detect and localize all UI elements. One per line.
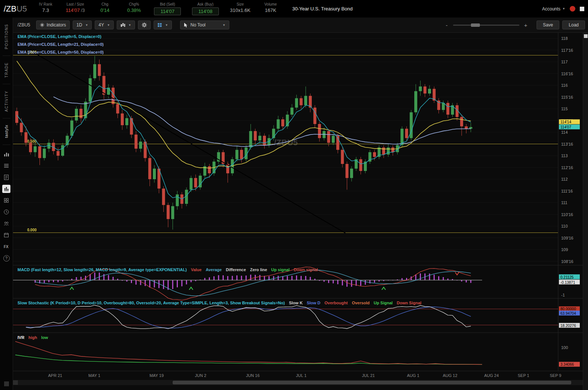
sidebar-item-tastyfx[interactable]: tastyfx [4,118,9,144]
axis-badge-text: 114'14 [560,120,571,124]
bid-button[interactable]: 114'07 [154,7,181,15]
macd-up-signal-icon [189,287,193,290]
date-axis-label: JUL 1 [296,373,306,378]
zoom-in-button[interactable]: + [523,22,528,28]
macd-hist-bar [223,275,224,280]
layout-dropdown[interactable]: ▼ [154,20,172,29]
macd-hist-bar [438,276,439,280]
macd-hist-bar [415,275,416,280]
symbol-expiry: U5 [16,4,27,13]
save-button[interactable]: Save [537,20,559,29]
price-axis-label: 108'16 [561,259,573,264]
date-axis-label: SEP 1 [518,373,529,378]
indicators-icon [40,23,44,27]
resize-grip[interactable] [4,381,9,386]
price-axis-label: 111 [561,200,567,205]
chart-type-dropdown[interactable]: ▼ [117,20,135,29]
timeframe-value: 1D [76,22,82,28]
sidebar-item-positions[interactable]: POSITIONS [4,18,9,56]
price-axis-label: 112'16 [561,165,573,170]
help-icon[interactable]: ? [3,255,10,261]
range-dropdown[interactable]: 4Y ▼ [95,20,114,29]
macd-hist-bar [163,280,164,289]
chg-pct-field: Chg% 0.38% [125,2,143,13]
date-axis-label: MAY 1 [88,373,100,378]
chevron-down-icon: ▼ [107,23,110,27]
chart-icon[interactable] [2,185,10,193]
notes-icon[interactable] [2,173,10,181]
iv-rank-label: IV Rank [39,2,53,6]
load-button[interactable]: Load [562,20,585,29]
macd-hist-bar [360,280,361,286]
indicators-button[interactable]: Indicators [36,20,70,29]
chart-svg[interactable]: 118117'16117116'16116115'16115114'161141… [13,33,583,387]
ask-button[interactable]: 114'08 [192,7,219,15]
chart-canvas[interactable]: 118117'16117116'16116115'16115114'161141… [13,33,588,390]
watchlist-icon[interactable] [2,162,10,170]
macd-hist-bar [292,276,293,280]
grid-icon[interactable] [2,196,10,204]
scrollbar-stepper[interactable] [13,380,18,385]
zoom-out-button[interactable]: - [444,22,449,28]
ema50-line[interactable] [53,97,471,147]
macd-hist-bar [108,275,109,280]
macd-hist-bar [246,276,247,280]
chevron-down-icon: ▼ [128,23,131,27]
scrollbar-handle[interactable] [173,381,572,384]
symbol-root: /ZB [4,4,16,13]
left-sidebar: POSITIONS TRADE ACTIVITY tastyfx [0,18,13,390]
cursor-icon [184,23,188,28]
macd-hist-bar [378,280,380,282]
accounts-label: Accounts [542,6,560,12]
clock-icon[interactable] [2,208,10,216]
macd-hist-bar [213,276,214,280]
macd-average-line [35,270,471,296]
macd-hist-bar [35,280,36,283]
tool-dropdown[interactable]: No Tool ▼ [180,20,229,29]
macd-hist-bar [287,276,288,280]
price-axis-label: 111'16 [561,189,573,193]
fib-label: 1.000 [27,50,37,54]
chart-region: /ZBU5 Indicators 1D ▼ 4Y ▼ ▼ ▼ [13,18,588,390]
macd-hist-bar [103,274,104,280]
calendar-icon[interactable] [2,231,10,239]
macd-hist-bar [99,273,100,280]
macd-hist-bar [351,280,352,287]
macd-hist-bar [420,273,421,280]
macd-hist-bar [204,278,205,280]
bar-chart-icon[interactable] [2,150,10,158]
instrument-name: 30-Year U.S. Treasury Bond [292,6,353,12]
sidebar-item-activity[interactable]: ACTIVITY [4,84,9,118]
price-axis-label: 115 [561,107,568,111]
svg-text:FX: FX [4,245,9,249]
symbol-title: /ZBU5 [4,4,27,14]
right-scroll-strip[interactable] [583,33,588,390]
window-corner-button[interactable] [580,7,584,11]
quote-header: /ZBU5 IV Rank 7.3 Last / Size 114'07 /3 … [0,0,588,18]
accounts-dropdown[interactable]: Accounts ▼ [542,6,565,12]
macd-hist-bar [273,276,274,280]
range-value: 4Y [98,22,104,28]
macd-hist-bar [324,280,325,282]
sidebar-item-trade[interactable]: TRADE [4,56,9,84]
people-icon[interactable] [2,219,10,228]
scroll-top-button[interactable] [584,34,588,38]
fx-icon[interactable]: FX [2,242,10,251]
macd-hist-bar [461,280,462,282]
zoom-slider[interactable] [453,25,519,26]
zoom-slider-handle[interactable] [471,23,480,27]
macd-hist-bar [443,277,444,280]
macd-hist-bar [470,280,471,283]
iv-rank-field: IV Rank 7.3 [37,2,54,13]
horizontal-scrollbar[interactable] [13,380,583,385]
record-indicator-icon[interactable] [570,6,575,12]
volume-value: 167K [265,7,276,13]
layout-grid-icon [157,23,162,27]
settings-button[interactable] [138,20,151,29]
timeframe-dropdown[interactable]: 1D ▼ [73,20,92,29]
macd-hist-bar [370,280,371,283]
trendline[interactable] [34,53,345,233]
axis-badge-text: 80.00000 [560,307,576,311]
axis-badge-text: 18.20276 [560,324,576,328]
macd-hist-bar [328,280,329,283]
